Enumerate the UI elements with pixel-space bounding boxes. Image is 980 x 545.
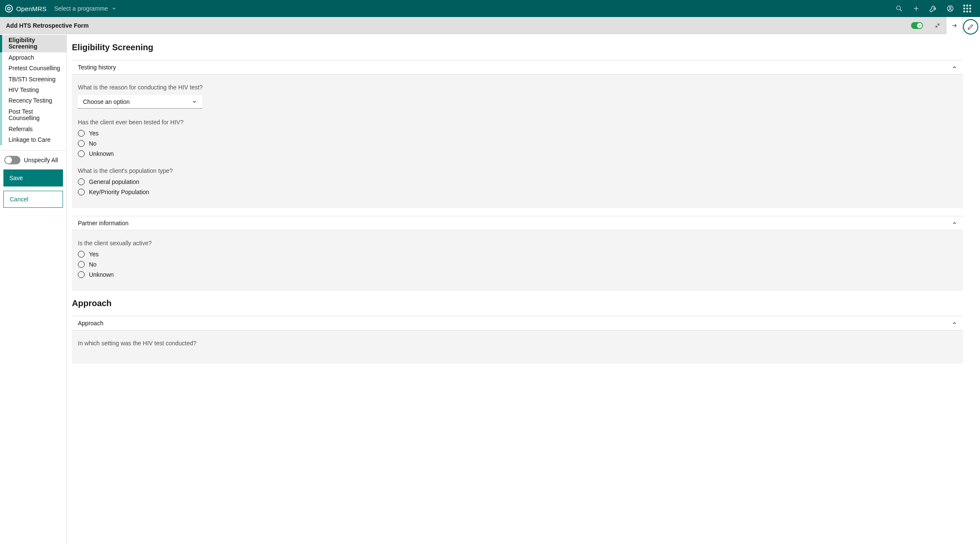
radio-no[interactable]: No [78, 261, 957, 268]
radio-no[interactable]: No [78, 140, 957, 147]
sidebar-item-label: Post Test Counselling [9, 108, 40, 121]
sidebar-item-label: Referrals [9, 126, 33, 132]
radio-yes[interactable]: Yes [78, 130, 957, 137]
chevron-down-icon [192, 99, 197, 104]
sidebar-item-label: HIV Testing [9, 86, 39, 93]
panel-body-partner-information: Is the client sexually active? Yes No Un… [72, 230, 963, 291]
radio-icon [78, 271, 85, 278]
search-icon [895, 5, 903, 12]
sidebar-item-linkage-to-care[interactable]: Linkage to Care [0, 135, 66, 145]
user-avatar-icon [946, 5, 954, 12]
radio-group-tested-before: Yes No Unknown [78, 130, 957, 157]
unspecify-all-row: Unspecify All [0, 151, 66, 169]
user-button[interactable] [942, 0, 959, 17]
radio-label: General population [89, 178, 139, 185]
edit-floating-button[interactable] [963, 19, 978, 34]
pencil-icon [967, 23, 974, 31]
svg-point-2 [897, 6, 900, 10]
radio-group-population-type: General population Key/Priority Populati… [78, 178, 957, 195]
subheader: Add HTS Retrospective Form [0, 17, 963, 34]
radio-yes[interactable]: Yes [78, 251, 957, 258]
radio-label: Yes [89, 130, 99, 137]
sidebar-item-tb-sti-screening[interactable]: TB/STI Screening [0, 74, 66, 85]
chevron-up-icon [952, 65, 957, 70]
openmrs-logo-icon [4, 4, 14, 13]
toggle-knob-icon [917, 23, 922, 28]
radio-label: No [89, 261, 97, 268]
panel-header-testing-history[interactable]: Testing history [72, 60, 963, 75]
radio-label: Key/Priority Population [89, 189, 149, 195]
section-title-approach: Approach [72, 298, 963, 308]
question-label: Has the client ever been tested for HIV? [78, 119, 957, 126]
right-gutter [963, 17, 980, 545]
radio-unknown[interactable]: Unknown [78, 271, 957, 278]
question-tested-before: Has the client ever been tested for HIV?… [78, 119, 957, 157]
search-button[interactable] [891, 0, 908, 17]
radio-icon [78, 130, 85, 137]
panel-header-approach[interactable]: Approach [72, 316, 963, 330]
panel-partner-information: Partner information Is the client sexual… [72, 216, 963, 291]
question-label: What is the client's population type? [78, 167, 957, 174]
sidebar-item-label: Approach [9, 54, 34, 61]
panel-header-partner-information[interactable]: Partner information [72, 216, 963, 230]
cancel-button[interactable]: Cancel [3, 191, 63, 208]
sidebar-item-eligibility-screening[interactable]: Eligibility Screening [0, 35, 66, 52]
page-title: Add HTS Retrospective Form [6, 22, 89, 29]
main-layout: Eligibility Screening Approach Pretest C… [0, 34, 963, 545]
nav-list: Eligibility Screening Approach Pretest C… [0, 35, 66, 145]
radio-label: Unknown [89, 271, 114, 278]
apps-grid-icon [963, 5, 971, 12]
collapse-icon [934, 23, 940, 29]
question-label: In which setting was the HIV test conduc… [78, 340, 957, 347]
sidebar-item-label: Eligibility Screening [9, 37, 37, 50]
sidebar-item-label: Recency Testing [9, 97, 52, 104]
tools-button[interactable] [925, 0, 942, 17]
toggle-knob-icon [5, 157, 12, 164]
question-label: Is the client sexually active? [78, 240, 957, 247]
reason-dropdown[interactable]: Choose an option [78, 95, 202, 109]
sidebar-item-recency-testing[interactable]: Recency Testing [0, 95, 66, 106]
svg-line-3 [900, 9, 902, 11]
sidebar-item-hiv-testing[interactable]: HIV Testing [0, 85, 66, 95]
radio-key-priority-population[interactable]: Key/Priority Population [78, 189, 957, 195]
form-toggle[interactable] [911, 22, 923, 29]
collapse-button[interactable] [929, 17, 946, 34]
question-population-type: What is the client's population type? Ge… [78, 167, 957, 195]
svg-point-0 [6, 5, 13, 12]
svg-point-1 [8, 7, 10, 10]
sidebar-item-post-test-counselling[interactable]: Post Test Counselling [0, 106, 66, 124]
sidebar: Eligibility Screening Approach Pretest C… [0, 34, 67, 545]
sidebar-item-pretest-counselling[interactable]: Pretest Counselling [0, 63, 66, 74]
radio-icon [78, 251, 85, 258]
question-label: What is the reason for conducting the HI… [78, 84, 957, 91]
apps-button[interactable] [959, 0, 976, 17]
sidebar-item-label: Linkage to Care [9, 136, 51, 143]
brand-logo[interactable]: OpenMRS [4, 4, 46, 13]
next-button[interactable] [946, 17, 963, 34]
svg-point-5 [949, 7, 951, 9]
panel-testing-history: Testing history What is the reason for c… [72, 60, 963, 208]
radio-unknown[interactable]: Unknown [78, 150, 957, 157]
wrench-icon [929, 4, 938, 13]
save-button[interactable]: Save [3, 169, 63, 186]
section-title-eligibility: Eligibility Screening [72, 43, 963, 52]
unspecify-all-toggle[interactable] [4, 156, 20, 164]
sidebar-item-referrals[interactable]: Referrals [0, 124, 66, 135]
panel-body-testing-history: What is the reason for conducting the HI… [72, 75, 963, 208]
panel-approach: Approach In which setting was the HIV te… [72, 316, 963, 364]
question-sexually-active: Is the client sexually active? Yes No Un… [78, 240, 957, 278]
sidebar-item-approach[interactable]: Approach [0, 52, 66, 63]
sidebar-buttons: Save Cancel [0, 169, 66, 208]
add-button[interactable] [908, 0, 925, 17]
radio-icon [78, 261, 85, 268]
sidebar-item-label: Pretest Counselling [9, 65, 60, 72]
program-selector[interactable]: Select a programme [54, 5, 116, 12]
radio-icon [78, 189, 85, 195]
program-selector-label: Select a programme [54, 5, 108, 12]
chevron-down-icon [111, 6, 117, 11]
radio-label: Yes [89, 251, 99, 258]
radio-general-population[interactable]: General population [78, 178, 957, 185]
arrow-right-icon [951, 22, 958, 29]
topbar-actions [891, 0, 976, 17]
panel-header-label: Partner information [78, 220, 129, 227]
